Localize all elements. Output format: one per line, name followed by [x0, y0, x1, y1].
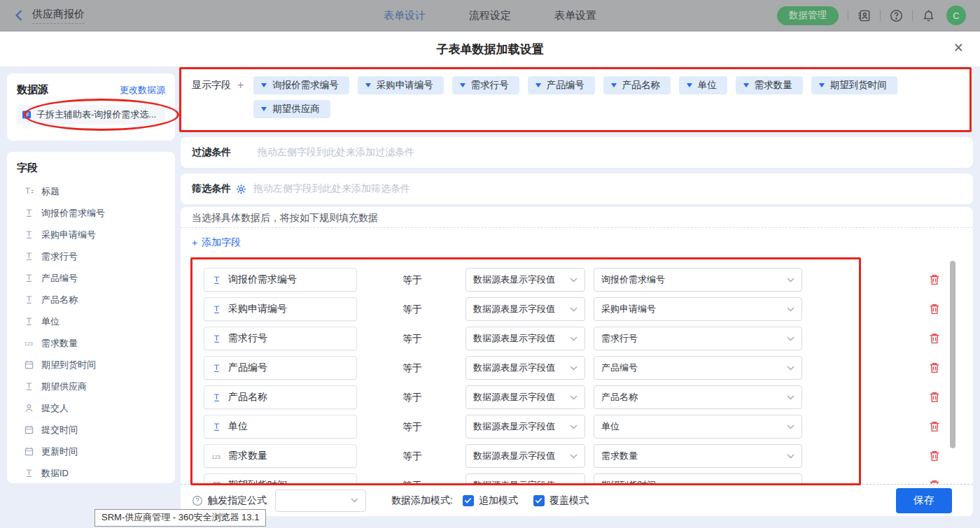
chevron-down-icon — [570, 424, 578, 429]
delete-row-button[interactable] — [928, 362, 941, 374]
display-field-chip[interactable]: 采购申请编号 — [358, 76, 444, 94]
field-list-item[interactable]: 123 需求数量 — [17, 332, 165, 354]
display-field-chip[interactable]: 需求数量 — [736, 76, 803, 94]
field-label: 数据ID — [41, 467, 69, 480]
field-list-item[interactable]: 采购申请编号 — [17, 224, 165, 245]
contacts-icon[interactable] — [858, 9, 871, 22]
display-field-chip[interactable]: 期望供应商 — [253, 100, 330, 118]
field-label: 提交时间 — [41, 424, 78, 436]
delete-row-button[interactable] — [928, 332, 941, 345]
header-tab[interactable]: 表单设置 — [554, 9, 596, 22]
rule-source-select[interactable]: 数据源表显示字段值 — [465, 385, 585, 409]
field-list-item[interactable]: 提交人 — [17, 397, 165, 419]
delete-row-button[interactable] — [928, 303, 941, 315]
rule-field-box[interactable]: 期望到货时间 — [204, 473, 357, 484]
field-list-item[interactable]: 数据ID — [17, 462, 165, 484]
delete-row-button[interactable] — [928, 273, 941, 286]
field-list-item[interactable]: 期望到货时间 — [17, 354, 165, 376]
field-list-item[interactable]: 更新时间 — [17, 441, 165, 462]
field-list-item[interactable]: 产品名称 — [17, 289, 165, 311]
rule-source-select[interactable]: 数据源表显示字段值 — [465, 473, 585, 484]
display-field-chip[interactable]: 期望到货时间 — [811, 76, 897, 94]
rule-source-select[interactable]: 数据源表显示字段值 — [465, 268, 585, 292]
rule-target-select[interactable]: 产品编号 — [594, 356, 802, 380]
rule-source-select[interactable]: 数据源表显示字段值 — [465, 356, 585, 380]
close-icon[interactable]: × — [954, 40, 963, 56]
field-list-item[interactable]: 提交时间 — [17, 419, 165, 441]
rule-target-select[interactable]: 采购申请编号 — [594, 297, 802, 321]
chip-label: 询报价需求编号 — [272, 79, 339, 92]
display-field-chip[interactable]: 产品编号 — [528, 76, 595, 94]
gear-icon[interactable] — [236, 184, 246, 194]
display-field-chip[interactable]: 询报价需求编号 — [253, 76, 349, 94]
field-label: 询报价需求编号 — [41, 207, 105, 220]
svg-text:123: 123 — [24, 340, 33, 346]
rule-field-box[interactable]: 123 需求数量 — [204, 444, 357, 468]
field-list-item[interactable]: 询报价需求编号 — [17, 202, 165, 224]
rule-source-select[interactable]: 数据源表显示字段值 — [465, 297, 585, 321]
text-field-icon — [211, 363, 222, 373]
checkbox-checked-icon[interactable] — [463, 495, 474, 506]
data-manage-button[interactable]: 数据管理 — [777, 6, 839, 25]
save-button[interactable]: 保存 — [896, 488, 952, 513]
delete-row-button[interactable] — [928, 450, 941, 462]
rule-field-box[interactable]: 产品编号 — [204, 356, 357, 380]
add-field-button[interactable]: + 添加字段 — [192, 236, 241, 249]
rule-source-select[interactable]: 数据源表显示字段值 — [465, 415, 585, 438]
header-tab[interactable]: 表单设计 — [384, 9, 426, 22]
add-display-field-button[interactable]: + — [237, 80, 244, 91]
rule-target-select[interactable]: 询报价需求编号 — [594, 268, 802, 292]
filter-condition-dropzone[interactable]: 拖动左侧字段到此处来添加过滤条件 — [258, 146, 414, 159]
back-page-title[interactable]: 供应商报价 — [32, 8, 85, 24]
user-avatar[interactable]: C — [946, 6, 966, 25]
display-field-chip[interactable]: 需求行号 — [452, 76, 519, 94]
screen-condition-dropzone[interactable]: 拖动左侧字段到此处来添加筛选条件 — [253, 183, 410, 195]
text-field-icon — [211, 334, 222, 344]
display-field-chip[interactable]: 产品名称 — [603, 76, 671, 94]
rule-source-select[interactable]: 数据源表显示字段值 — [465, 444, 585, 468]
rule-target-select[interactable]: 单位 — [594, 415, 802, 438]
datasource-item[interactable]: 子拆主辅助表-询报价需求选... — [17, 105, 165, 124]
rule-field-box[interactable]: 单位 — [204, 415, 357, 438]
field-label: 产品名称 — [41, 294, 78, 306]
back-chevron-icon[interactable] — [13, 9, 25, 22]
rule-field-box[interactable]: 需求行号 — [204, 327, 357, 350]
field-list-item[interactable]: 期望供应商 — [17, 376, 165, 397]
delete-row-button[interactable] — [928, 391, 941, 404]
change-datasource-link[interactable]: 更改数据源 — [120, 84, 165, 97]
header-divider — [848, 10, 848, 21]
header-tab[interactable]: 流程设定 — [469, 9, 511, 22]
rule-field-box[interactable]: 询报价需求编号 — [204, 268, 357, 292]
dropdown-triangle-icon — [819, 83, 825, 87]
checkbox-checked-icon[interactable] — [533, 495, 545, 506]
help-icon[interactable] — [890, 9, 903, 22]
rule-target-select[interactable]: 产品名称 — [594, 385, 802, 409]
delete-row-button[interactable] — [928, 420, 941, 433]
display-field-chip[interactable]: 单位 — [679, 76, 727, 94]
formula-select[interactable] — [275, 490, 366, 512]
field-list-item[interactable]: 单位 — [17, 311, 165, 332]
chevron-down-icon — [787, 278, 794, 283]
rule-target-select[interactable]: 需求数量 — [594, 444, 802, 468]
field-list-item[interactable]: 产品编号 — [17, 267, 165, 289]
field-label: 期望供应商 — [41, 380, 87, 393]
delete-row-button[interactable] — [928, 479, 941, 484]
vertical-scrollbar[interactable] — [950, 261, 955, 448]
rule-field-box[interactable]: 采购申请编号 — [204, 297, 357, 321]
append-mode-option[interactable]: 追加模式 — [463, 494, 518, 507]
display-fields-panel: 显示字段 + 询报价需求编号 采购申请编号 需求行号 产品编号 产品名称 单位 … — [181, 68, 973, 131]
chevron-down-icon — [570, 278, 578, 283]
rule-source-select[interactable]: 数据源表显示字段值 — [465, 327, 585, 350]
rule-field-box[interactable]: 产品名称 — [204, 385, 357, 409]
field-list-item[interactable]: 标题 — [17, 180, 165, 202]
rule-target-select[interactable]: 期望到货时间 — [594, 473, 802, 484]
dropdown-triangle-icon — [261, 83, 267, 87]
rule-target-select[interactable]: 需求行号 — [594, 327, 802, 350]
chevron-down-icon — [787, 366, 794, 371]
notifications-bell-icon[interactable] — [922, 9, 935, 22]
person-field-icon — [24, 403, 35, 414]
field-list-item[interactable]: 需求行号 — [17, 245, 165, 267]
overwrite-mode-option[interactable]: 覆盖模式 — [533, 494, 589, 507]
chevron-down-icon — [570, 395, 578, 400]
help-circle-icon[interactable] — [192, 495, 203, 506]
